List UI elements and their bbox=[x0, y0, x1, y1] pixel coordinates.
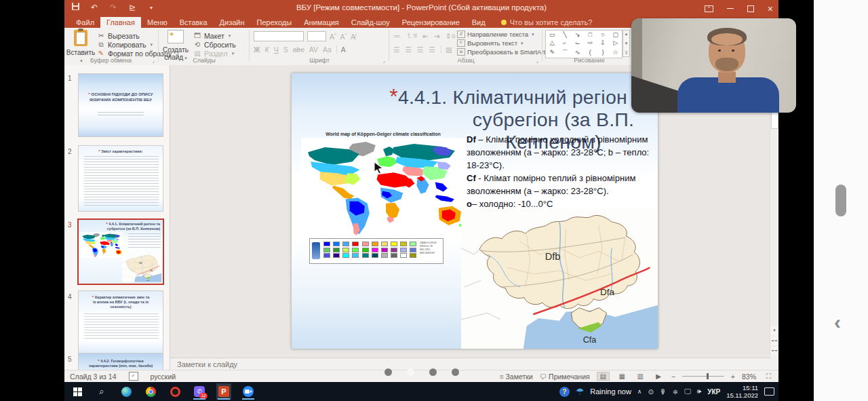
edge-icon[interactable] bbox=[119, 383, 134, 400]
notes-panel[interactable]: Заметки к слайду bbox=[170, 358, 770, 370]
search-icon[interactable]: ⌕ bbox=[94, 383, 109, 400]
weather-text[interactable]: Raining now bbox=[590, 387, 631, 396]
clipboard-dialog-launcher[interactable]: ⌟ bbox=[152, 58, 155, 64]
shape-glyph[interactable]: ) bbox=[601, 49, 604, 56]
help-icon[interactable]: ? bbox=[559, 387, 570, 397]
start-icon[interactable] bbox=[70, 383, 85, 400]
side-scrollbar-thumb[interactable] bbox=[835, 185, 846, 216]
slide-thumbnail-2[interactable]: * Зміст характеристики: bbox=[78, 145, 163, 212]
chrome-icon[interactable] bbox=[143, 383, 158, 400]
shape-glyph[interactable]: ☆ bbox=[613, 49, 618, 56]
bold-button[interactable]: Ж bbox=[254, 45, 260, 54]
language-switch[interactable]: УКР bbox=[707, 388, 720, 396]
shape-glyph[interactable]: ✎ bbox=[550, 49, 555, 56]
text-shadow-button[interactable]: S bbox=[283, 45, 288, 54]
tab-slideshow[interactable]: Слайд-шоу bbox=[345, 17, 396, 28]
volume-mixer-icon[interactable]: ≑ bbox=[673, 388, 678, 396]
shapes-gallery-scroll[interactable]: ▲▼⊽ bbox=[623, 30, 630, 57]
tab-menu[interactable]: Меню bbox=[141, 17, 174, 28]
align-right-icon[interactable]: ☰ bbox=[417, 45, 423, 54]
notification-center-icon[interactable] bbox=[764, 387, 774, 396]
shape-glyph[interactable]: ∿ bbox=[575, 49, 580, 56]
shape-glyph[interactable]: ( bbox=[589, 49, 591, 56]
meet-now-icon[interactable]: ⊙ bbox=[648, 388, 653, 396]
shape-glyph[interactable]: ○ bbox=[601, 31, 604, 38]
layout-button[interactable]: 🗔Макет▾ bbox=[193, 31, 236, 40]
character-spacing-button[interactable]: AV bbox=[309, 45, 318, 54]
tell-me-box[interactable]: Что вы хотите сделать? bbox=[501, 18, 593, 28]
italic-button[interactable]: К bbox=[265, 45, 269, 54]
slide-canvas[interactable]: *4.4.1. Кліматичний регіон та субрегіон … bbox=[292, 73, 658, 349]
comments-toggle[interactable]: 🗩 Примечания bbox=[540, 373, 590, 381]
font-color-button[interactable]: А bbox=[336, 45, 346, 54]
tab-transitions[interactable]: Переходы bbox=[251, 17, 298, 28]
fit-to-window-icon[interactable]: ⛶ bbox=[763, 373, 774, 381]
slide-sorter-icon[interactable]: ▦ bbox=[616, 373, 628, 380]
viber-icon[interactable]: ✆12 bbox=[192, 383, 207, 400]
zoom-slider[interactable] bbox=[682, 376, 724, 377]
microphone-icon[interactable]: 🎙 bbox=[660, 388, 667, 396]
opera-icon[interactable] bbox=[167, 383, 182, 400]
powerpoint-icon[interactable]: P bbox=[216, 383, 231, 400]
tab-insert[interactable]: Вставка bbox=[174, 17, 214, 28]
shrink-font-icon[interactable]: Аˇ bbox=[340, 33, 348, 41]
font-size-input[interactable] bbox=[307, 31, 326, 41]
bullets-icon[interactable]: ≔ bbox=[393, 32, 401, 40]
align-text-button[interactable]: ⇱Выровнять текст▾ bbox=[457, 39, 551, 47]
shape-glyph[interactable]: ⌙ bbox=[575, 39, 580, 46]
shape-glyph[interactable]: ⇨ bbox=[588, 39, 593, 46]
tab-animations[interactable]: Анимация bbox=[298, 17, 345, 28]
font-dialog-launcher[interactable]: ⌟ bbox=[382, 58, 385, 64]
notes-toggle[interactable]: ≡ Заметки bbox=[499, 373, 532, 381]
spellcheck-icon[interactable]: ✓ bbox=[129, 372, 138, 381]
next-slide-icon[interactable]: ⏷⏷ bbox=[770, 347, 778, 356]
ribbon-options-icon[interactable]: ⌃ bbox=[705, 5, 713, 12]
scroll-down-icon[interactable]: ▼ bbox=[770, 326, 778, 335]
shape-glyph[interactable]: ▢ bbox=[612, 31, 618, 38]
shape-glyph[interactable]: ▷ bbox=[613, 39, 618, 46]
tab-design[interactable]: Дизайн bbox=[214, 17, 251, 28]
reset-button[interactable]: ⟲Сбросить bbox=[193, 40, 236, 49]
shape-glyph[interactable]: ⌒ bbox=[561, 48, 568, 57]
line-spacing-icon[interactable]: ⇕≡ bbox=[446, 32, 456, 40]
zoom-out-icon[interactable]: − bbox=[671, 373, 675, 381]
numbering-icon[interactable]: ⒈≡ bbox=[406, 31, 418, 41]
normal-view-icon[interactable]: ▤ bbox=[597, 372, 610, 381]
close-icon[interactable]: × bbox=[768, 3, 773, 14]
speaker-icon[interactable]: 🕪 bbox=[697, 387, 701, 396]
shape-glyph[interactable]: ⌐ bbox=[563, 39, 566, 46]
reading-view-icon[interactable]: ▥ bbox=[635, 373, 646, 380]
webcam-video-overlay[interactable] bbox=[631, 18, 796, 113]
change-case-button[interactable]: Аа bbox=[323, 45, 332, 54]
slide-thumbnail-1[interactable]: * ОСНОВНІ ПІДХОДИ ДО ОПИСУФІЗИЧНИХ КОМПО… bbox=[78, 73, 163, 137]
shape-glyph[interactable]: ▭ bbox=[549, 31, 555, 38]
zoom-app-icon[interactable] bbox=[241, 383, 256, 400]
shape-glyph[interactable]: ⇩ bbox=[600, 39, 606, 46]
tray-expand-icon[interactable]: ∧ bbox=[637, 388, 642, 395]
language-indicator[interactable]: русский bbox=[151, 373, 176, 381]
tab-home[interactable]: Главная bbox=[100, 17, 141, 28]
shape-glyph[interactable]: ↘ bbox=[575, 31, 580, 38]
decrease-indent-icon[interactable]: ⇤ bbox=[422, 32, 429, 40]
align-center-icon[interactable]: ☰ bbox=[405, 45, 411, 54]
slideshow-view-icon[interactable]: ▶ bbox=[653, 373, 665, 380]
zoom-level[interactable]: 83% bbox=[742, 373, 756, 381]
clear-formatting-icon[interactable]: A̸ bbox=[351, 33, 355, 41]
previous-slide-icon[interactable]: ⏶⏶ bbox=[770, 337, 778, 345]
zoom-in-icon[interactable]: + bbox=[731, 373, 735, 381]
tab-file[interactable]: Файл bbox=[70, 17, 100, 28]
slide-thumbnail-3[interactable]: * 4.4.1. Кліматичний регіон тасубрегіон … bbox=[77, 218, 164, 285]
slide-thumbnail-4[interactable]: * Характер кліматичних змін таїх вплив н… bbox=[78, 290, 163, 357]
collapse-chevron-icon[interactable]: ‹ bbox=[834, 311, 841, 334]
restore-icon[interactable] bbox=[747, 5, 754, 12]
clock[interactable]: 15:1115.11.2022 bbox=[726, 384, 758, 399]
increase-indent-icon[interactable]: ⇥ bbox=[434, 32, 440, 40]
shape-glyph[interactable]: △ bbox=[550, 39, 555, 46]
slide-thumbnail-5[interactable]: * 4.4.2. Геоморфологічнахарактеристика (… bbox=[78, 353, 163, 370]
smartart-button[interactable]: ⊞Преобразовать в SmartArt▾ bbox=[457, 48, 551, 56]
shape-glyph[interactable]: □ bbox=[589, 31, 592, 38]
ukraine-map-image[interactable] bbox=[461, 209, 658, 349]
justify-icon[interactable]: ☰ bbox=[429, 45, 435, 54]
font-name-input[interactable] bbox=[254, 31, 304, 41]
minimize-icon[interactable] bbox=[727, 8, 734, 9]
